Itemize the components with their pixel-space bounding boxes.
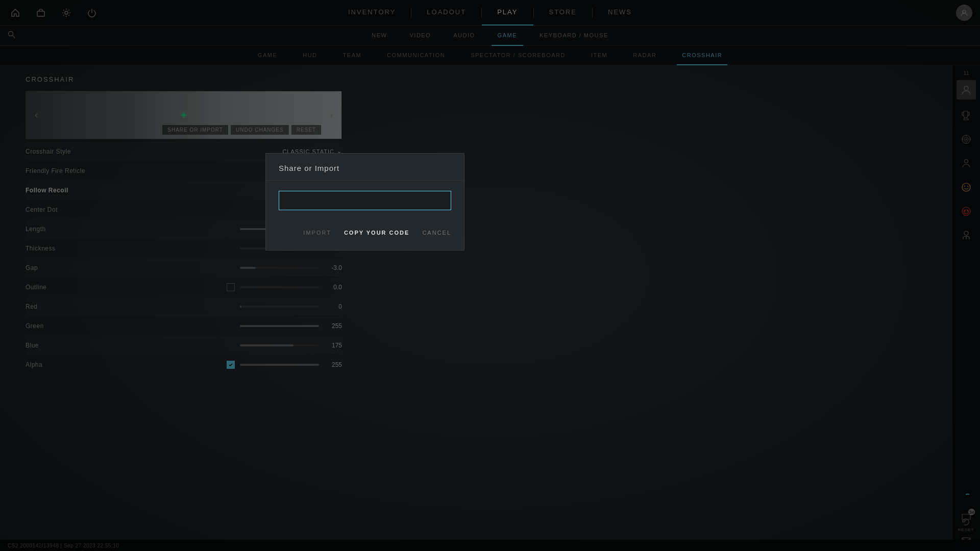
modal-title: Share or Import [266,154,464,181]
copy-code-button[interactable]: COPY YOUR CODE [344,226,409,240]
modal-overlay: Share or Import IMPORT COPY YOUR CODE CA… [0,0,980,551]
cancel-button[interactable]: CANCEL [422,226,451,240]
share-import-dialog: Share or Import IMPORT COPY YOUR CODE CA… [265,153,464,251]
modal-footer: IMPORT COPY YOUR CODE CANCEL [266,220,464,250]
modal-body [266,181,464,220]
import-button[interactable]: IMPORT [303,226,331,240]
code-input[interactable] [279,191,451,210]
